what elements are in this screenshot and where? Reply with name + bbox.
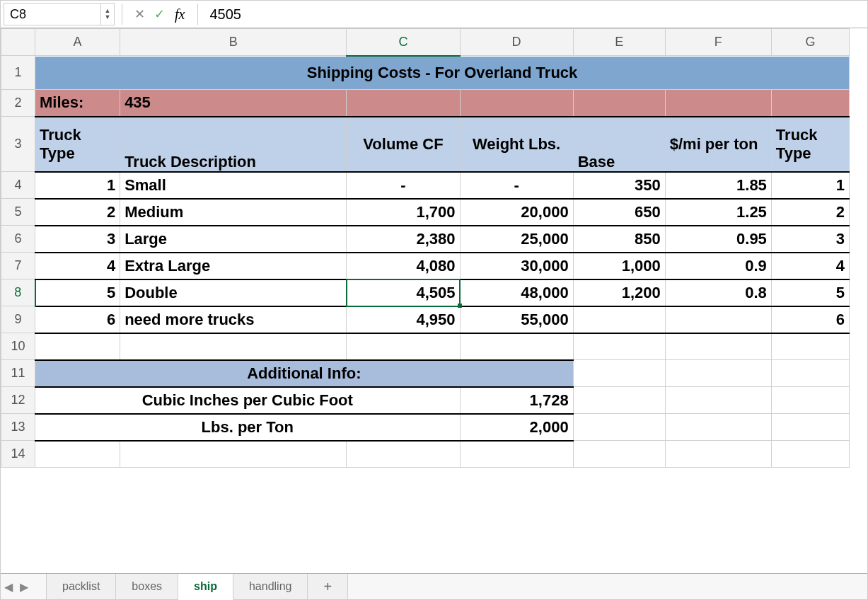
cell-F12[interactable] — [665, 387, 771, 414]
row-header-5[interactable]: 5 — [1, 199, 35, 226]
cell-C10[interactable] — [347, 333, 460, 360]
cell-D10[interactable] — [460, 333, 573, 360]
cell-G6[interactable]: 3 — [771, 226, 849, 253]
cell-A14[interactable] — [35, 441, 120, 468]
cell-cubic-label[interactable]: Cubic Inches per Cubic Foot — [35, 387, 460, 414]
row-header-3[interactable]: 3 — [1, 117, 35, 172]
cell-C9[interactable]: 4,950 — [347, 306, 460, 333]
cell-A2[interactable]: Miles: — [35, 90, 120, 117]
cell-E12[interactable] — [573, 387, 665, 414]
cell-D3[interactable]: Weight Lbs. — [460, 117, 573, 172]
cell-B3[interactable]: Truck Description — [120, 117, 347, 172]
cell-D5[interactable]: 20,000 — [460, 199, 573, 226]
col-header-E[interactable]: E — [573, 29, 665, 56]
cell-A8[interactable]: 5 — [35, 279, 120, 306]
cell-G3[interactable]: Truck Type — [771, 117, 849, 172]
col-header-A[interactable]: A — [35, 29, 120, 56]
cell-C8[interactable]: 4,505 — [347, 279, 460, 306]
cell-B9[interactable]: need more trucks — [120, 306, 347, 333]
cell-A5[interactable]: 2 — [35, 199, 120, 226]
row-header-14[interactable]: 14 — [1, 441, 35, 468]
cell-additional-info[interactable]: Additional Info: — [35, 360, 574, 387]
cell-F7[interactable]: 0.9 — [665, 253, 771, 279]
tab-boxes[interactable]: boxes — [116, 574, 178, 599]
cell-A10[interactable] — [35, 333, 120, 360]
cell-D12[interactable]: 1,728 — [460, 387, 573, 414]
col-header-G[interactable]: G — [771, 29, 849, 56]
cell-E3[interactable]: Base — [573, 117, 665, 172]
col-header-D[interactable]: D — [460, 29, 573, 56]
cancel-icon[interactable]: ✕ — [132, 6, 147, 22]
tab-ship[interactable]: ship — [178, 574, 233, 601]
tab-nav-next-icon[interactable]: ▶ — [16, 580, 32, 594]
cell-B5[interactable]: Medium — [120, 199, 347, 226]
tab-nav-prev-icon[interactable]: ◀ — [1, 580, 16, 594]
cell-A7[interactable]: 4 — [35, 253, 120, 279]
row-header-6[interactable]: 6 — [1, 226, 35, 253]
cell-F8[interactable]: 0.8 — [665, 279, 771, 306]
select-all-corner[interactable] — [1, 29, 35, 56]
cell-G2[interactable] — [771, 90, 849, 117]
name-box-stepper[interactable]: ▲▼ — [101, 3, 115, 25]
cell-G14[interactable] — [771, 441, 849, 468]
cell-E2[interactable] — [573, 90, 665, 117]
cell-E10[interactable] — [573, 333, 665, 360]
cell-D9[interactable]: 55,000 — [460, 306, 573, 333]
cell-D8[interactable]: 48,000 — [460, 279, 573, 306]
add-sheet-button[interactable]: + — [308, 574, 348, 599]
cell-G7[interactable]: 4 — [771, 253, 849, 279]
cell-G10[interactable] — [771, 333, 849, 360]
cell-D2[interactable] — [460, 90, 573, 117]
cell-C5[interactable]: 1,700 — [347, 199, 460, 226]
cell-E11[interactable] — [573, 360, 665, 387]
cell-F5[interactable]: 1.25 — [665, 199, 771, 226]
cell-A4[interactable]: 1 — [35, 172, 120, 199]
cell-F13[interactable] — [665, 414, 771, 441]
grid-area[interactable]: A B C D E F G 1 Shipping Costs - For Ove… — [1, 28, 867, 573]
name-box[interactable]: C8 — [4, 3, 101, 25]
cell-B10[interactable] — [120, 333, 347, 360]
cell-C4[interactable]: - — [347, 172, 460, 199]
cell-D7[interactable]: 30,000 — [460, 253, 573, 279]
cell-E9[interactable] — [573, 306, 665, 333]
row-header-12[interactable]: 12 — [1, 387, 35, 414]
cell-B6[interactable]: Large — [120, 226, 347, 253]
cell-F6[interactable]: 0.95 — [665, 226, 771, 253]
row-header-10[interactable]: 10 — [1, 333, 35, 360]
cell-C3[interactable]: Volume CF — [347, 117, 460, 172]
fx-label[interactable]: fx — [175, 6, 185, 23]
cell-E7[interactable]: 1,000 — [573, 253, 665, 279]
row-header-7[interactable]: 7 — [1, 253, 35, 279]
cell-F9[interactable] — [665, 306, 771, 333]
cell-E13[interactable] — [573, 414, 665, 441]
cell-G11[interactable] — [771, 360, 849, 387]
row-header-11[interactable]: 11 — [1, 360, 35, 387]
cell-D13[interactable]: 2,000 — [460, 414, 573, 441]
cell-A3[interactable]: Truck Type — [35, 117, 120, 172]
cell-E14[interactable] — [573, 441, 665, 468]
row-header-8[interactable]: 8 — [1, 279, 35, 306]
cell-F11[interactable] — [665, 360, 771, 387]
cell-F4[interactable]: 1.85 — [665, 172, 771, 199]
col-header-C[interactable]: C — [347, 29, 460, 56]
col-header-B[interactable]: B — [120, 29, 347, 56]
cell-B14[interactable] — [120, 441, 347, 468]
cell-E4[interactable]: 350 — [573, 172, 665, 199]
row-header-1[interactable]: 1 — [1, 56, 35, 90]
cell-G13[interactable] — [771, 414, 849, 441]
row-header-13[interactable]: 13 — [1, 414, 35, 441]
cell-B7[interactable]: Extra Large — [120, 253, 347, 279]
cell-F10[interactable] — [665, 333, 771, 360]
cell-D14[interactable] — [460, 441, 573, 468]
cell-F2[interactable] — [665, 90, 771, 117]
row-header-4[interactable]: 4 — [1, 172, 35, 199]
cell-B2[interactable]: 435 — [120, 90, 347, 117]
cell-G5[interactable]: 2 — [771, 199, 849, 226]
tab-handling[interactable]: handling — [233, 574, 308, 599]
cell-ton-label[interactable]: Lbs. per Ton — [35, 414, 460, 441]
cell-F3[interactable]: $/mi per ton — [665, 117, 771, 172]
confirm-icon[interactable]: ✓ — [151, 6, 167, 22]
cell-D6[interactable]: 25,000 — [460, 226, 573, 253]
cell-A9[interactable]: 6 — [35, 306, 120, 333]
cell-G9[interactable]: 6 — [771, 306, 849, 333]
